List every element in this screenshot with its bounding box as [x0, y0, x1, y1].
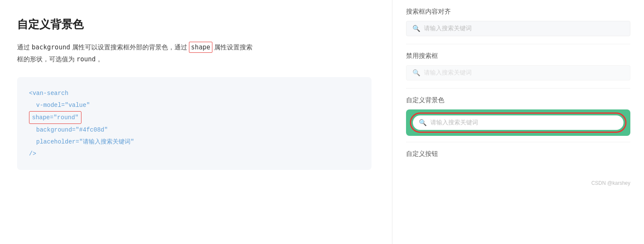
- search-placeholder-disabled: 请输入搜索关键词: [424, 69, 472, 77]
- desc-code-round: round: [76, 55, 96, 63]
- watermark: CSDN @karshey: [406, 177, 630, 186]
- desc-text-3: 属性设置搜索: [214, 43, 252, 51]
- desc-highlight-shape: shape: [189, 42, 212, 53]
- code-line-4: background="#4fc08d": [29, 124, 360, 136]
- code-line-1: <van-search: [29, 87, 360, 99]
- desc-text-1: 通过: [17, 43, 32, 51]
- right-panel: 搜索框内容对齐 🔍 请输入搜索关键词 禁用搜索框 🔍 请输入搜索关键词 自定义背…: [392, 0, 644, 244]
- search-icon-alignment: 🔍: [412, 25, 421, 32]
- left-panel: 自定义背景色 通过 background 属性可以设置搜索框外部的背景色，通过 …: [0, 0, 392, 244]
- code-line-3: shape="round": [29, 111, 360, 124]
- section-alignment: 搜索框内容对齐 🔍 请输入搜索关键词: [406, 0, 630, 36]
- desc-text-5: 。: [98, 55, 104, 63]
- code-line-2: v-model="value": [29, 99, 360, 111]
- section-disabled: 禁用搜索框 🔍 请输入搜索关键词: [406, 44, 630, 80]
- code-attr-shape: shape="round": [32, 114, 78, 121]
- code-attr-placeholder: placeholder="请输入搜索关键词": [29, 138, 134, 145]
- desc-text-2: 属性可以设置搜索框外部的背景色，通过: [72, 43, 189, 51]
- code-highlight-shape: shape="round": [29, 111, 81, 124]
- search-box-alignment[interactable]: 🔍 请输入搜索关键词: [406, 21, 630, 36]
- section-title-alignment: 搜索框内容对齐: [406, 0, 630, 21]
- section-title-custom-btn: 自定义按钮: [406, 142, 630, 163]
- search-placeholder-alignment: 请输入搜索关键词: [424, 25, 472, 32]
- search-icon-custom-bg: 🔍: [419, 119, 427, 126]
- page-title: 自定义背景色: [17, 17, 371, 32]
- section-title-disabled: 禁用搜索框: [406, 44, 630, 65]
- search-box-custom-bg[interactable]: 🔍 请输入搜索关键词: [412, 115, 624, 131]
- desc-text-4: 框的形状，可选值为: [17, 55, 76, 63]
- code-attr-background: background="#4fc08d": [29, 126, 108, 133]
- code-attr-vmodel: v-model="value": [29, 102, 90, 109]
- search-placeholder-custom-bg: 请输入搜索关键词: [430, 119, 478, 126]
- desc-code-background: background: [32, 43, 70, 51]
- code-line-5: placeholder="请输入搜索关键词": [29, 136, 360, 148]
- code-tag-open: <van-search: [29, 90, 68, 97]
- code-tag-close: />: [29, 150, 36, 157]
- section-title-custom-bg: 自定义背景色: [406, 89, 630, 109]
- section-custom-bg: 自定义背景色 🔍 请输入搜索关键词: [406, 89, 630, 136]
- code-line-6: />: [29, 148, 360, 160]
- search-icon-disabled: 🔍: [412, 69, 421, 77]
- code-block: <van-search v-model="value" shape="round…: [17, 77, 371, 170]
- search-box-disabled: 🔍 请输入搜索关键词: [406, 65, 630, 80]
- description: 通过 background 属性可以设置搜索框外部的背景色，通过 shape 属…: [17, 41, 371, 65]
- section-custom-btn: 自定义按钮: [406, 142, 630, 163]
